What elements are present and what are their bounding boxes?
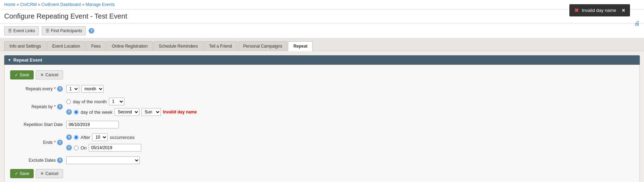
breadcrumb-manage-events[interactable]: Manage Events — [85, 2, 115, 7]
page-title: Configure Repeating Event - Test Event — [0, 9, 644, 23]
repetition-start-date-row: Repetition Start Date 06/10/2019 — [10, 121, 634, 128]
bottom-cancel-label: Cancel — [45, 171, 58, 176]
exclude-dates-help-icon[interactable]: ? — [57, 158, 63, 163]
collapse-icon: ▼ — [8, 58, 11, 62]
breadcrumb-home[interactable]: Home — [4, 2, 15, 7]
list-icon: ☰ — [8, 28, 12, 33]
repeats-by-row: Repeats by * ? day of the month 1 2 15 3… — [10, 98, 634, 116]
repeats-every-num-select[interactable]: 1 2 3 — [66, 85, 79, 93]
repeat-event-section-body: ✓ Save ✕ Cancel Repeats every * ? 1 2 3 — [4, 65, 640, 182]
tab-location[interactable]: Event Location — [47, 41, 85, 51]
checkmark-icon-2: ✓ — [15, 171, 18, 176]
repeats-every-unit-select[interactable]: month year week day — [81, 85, 104, 93]
repeats-by-required: * — [54, 104, 56, 109]
exclude-dates-controls — [66, 156, 140, 164]
bottom-action-buttons: ✓ Save ✕ Cancel — [10, 169, 634, 178]
ends-required: * — [54, 140, 56, 145]
day-of-month-row: day of the month 1 2 15 31 — [66, 98, 197, 105]
exclude-dates-row: Exclude Dates ? — [10, 156, 634, 164]
repeats-every-label-cell: Repeats every * ? — [10, 86, 66, 92]
ends-on-date-input[interactable]: 05/14/2019 — [89, 144, 141, 152]
x-icon: ✕ — [40, 72, 44, 77]
top-action-buttons: ✓ Save ✕ Cancel — [10, 70, 634, 79]
repeats-every-required: * — [54, 86, 56, 91]
section-title: Repeat Event — [13, 57, 42, 63]
tab-info[interactable]: Info and Settings — [4, 41, 46, 51]
tab-registration[interactable]: Online Registration — [107, 41, 153, 51]
x-icon-2: ✕ — [40, 171, 44, 176]
tab-reminders[interactable]: Schedule Reminders — [153, 41, 203, 51]
ends-after-label: After — [81, 135, 90, 140]
toolbar-help-icon[interactable]: ? — [89, 28, 94, 34]
occurrences-label: occurrences — [110, 135, 135, 140]
top-cancel-label: Cancel — [45, 72, 58, 77]
checkmark-icon: ✓ — [15, 72, 18, 77]
ends-on-row: ? On 05/14/2019 — [66, 144, 141, 152]
repeat-event-section-header[interactable]: ▼ Repeat Event — [4, 55, 640, 65]
ends-label-cell: Ends * ? — [10, 140, 66, 145]
tab-friend[interactable]: Tell a Friend — [204, 41, 237, 51]
top-save-label: Save — [20, 72, 29, 77]
top-cancel-button[interactable]: ✕ Cancel — [36, 70, 63, 79]
repetition-start-date-label-cell: Repetition Start Date — [10, 122, 66, 127]
repetition-start-date-label: Repetition Start Date — [24, 122, 63, 127]
list-icon-2: ☰ — [46, 28, 49, 33]
print-icon[interactable]: 🖨 — [634, 20, 640, 27]
exclude-dates-select[interactable] — [66, 156, 140, 164]
repetition-start-date-controls: 06/10/2019 — [66, 121, 119, 128]
breadcrumb-civievent-dashboard[interactable]: CiviEvent Dashboard — [41, 2, 81, 7]
find-participants-button[interactable]: ☰ Find Participants — [42, 26, 86, 35]
tab-repeat[interactable]: Repeat — [288, 41, 313, 51]
ends-after-row: ? After 10 1 5 20 occurrences — [66, 133, 141, 141]
notification-close-button[interactable]: × — [622, 7, 625, 14]
ends-controls: ? After 10 1 5 20 occurrences ? — [66, 133, 141, 152]
error-icon: ✖ — [574, 7, 579, 14]
repeats-by-controls: day of the month 1 2 15 31 ? day of the … — [66, 98, 197, 116]
find-participants-label: Find Participants — [51, 28, 82, 33]
repeats-by-group: day of the month 1 2 15 31 ? day of the … — [66, 98, 197, 116]
day-of-month-radio[interactable] — [66, 99, 71, 104]
ends-after-help-icon[interactable]: ? — [66, 134, 72, 140]
event-links-label: Event Links — [13, 28, 35, 33]
notification-message: Invalid day name — [582, 8, 616, 13]
invalid-day-error: Invalid day name — [163, 110, 197, 114]
repeats-by-help-icon[interactable]: ? — [57, 104, 63, 110]
ends-on-radio[interactable] — [74, 146, 78, 150]
repeats-by-label: Repeats by — [32, 104, 53, 109]
ends-help-icon[interactable]: ? — [57, 140, 63, 145]
bottom-cancel-button[interactable]: ✕ Cancel — [36, 169, 63, 178]
ends-group: ? After 10 1 5 20 occurrences ? — [66, 133, 141, 152]
day-of-week-label: day of the week — [81, 110, 112, 115]
ends-on-label: On — [81, 145, 87, 150]
ends-on-help-icon[interactable]: ? — [66, 145, 72, 150]
repeats-every-help-icon[interactable]: ? — [57, 86, 63, 92]
day-of-month-select[interactable]: 1 2 15 31 — [109, 98, 124, 105]
day-of-week-row: ? day of the week First Second Third Fou… — [66, 108, 197, 116]
repeats-every-controls: 1 2 3 month year week day — [66, 85, 104, 93]
top-save-button[interactable]: ✓ Save — [10, 70, 34, 79]
event-links-button[interactable]: ☰ Event Links — [4, 26, 39, 35]
main-content: ▼ Repeat Event ✓ Save ✕ Cancel Repeats e… — [0, 51, 644, 182]
day-of-week-help-icon[interactable]: ? — [66, 109, 72, 115]
toolbar: ☰ Event Links ☰ Find Participants ? — [0, 23, 644, 38]
ends-row: Ends * ? ? After 10 1 5 20 — [10, 133, 634, 152]
repeats-every-row: Repeats every * ? 1 2 3 month year week … — [10, 85, 634, 93]
day-of-week-radio[interactable] — [74, 110, 78, 114]
tab-campaigns[interactable]: Personal Campaigns — [238, 41, 287, 51]
breadcrumb: Home » CiviCRM » CiviEvent Dashboard » M… — [0, 0, 644, 9]
repeats-by-label-cell: Repeats by * ? — [10, 104, 66, 110]
breadcrumb-civicrm[interactable]: CiviCRM — [20, 2, 36, 7]
repetition-start-date-input[interactable]: 06/10/2019 — [66, 121, 119, 128]
ends-label: Ends — [43, 140, 53, 145]
error-notification: ✖ Invalid day name × — [569, 4, 630, 16]
tab-fees[interactable]: Fees — [86, 41, 106, 51]
bottom-save-label: Save — [20, 171, 29, 176]
day-of-month-label: day of the month — [73, 99, 107, 104]
day-of-week-day-select[interactable]: Sun Mon Tue Wed Thu Fri Sat — [142, 108, 161, 116]
bottom-save-button[interactable]: ✓ Save — [10, 169, 34, 178]
ends-after-radio[interactable] — [74, 135, 78, 140]
exclude-dates-label: Exclude Dates — [29, 158, 56, 163]
repeats-every-label: Repeats every — [26, 86, 53, 91]
ends-num-select[interactable]: 10 1 5 20 — [92, 133, 108, 141]
day-of-week-which-select[interactable]: First Second Third Fourth Last — [115, 108, 139, 116]
